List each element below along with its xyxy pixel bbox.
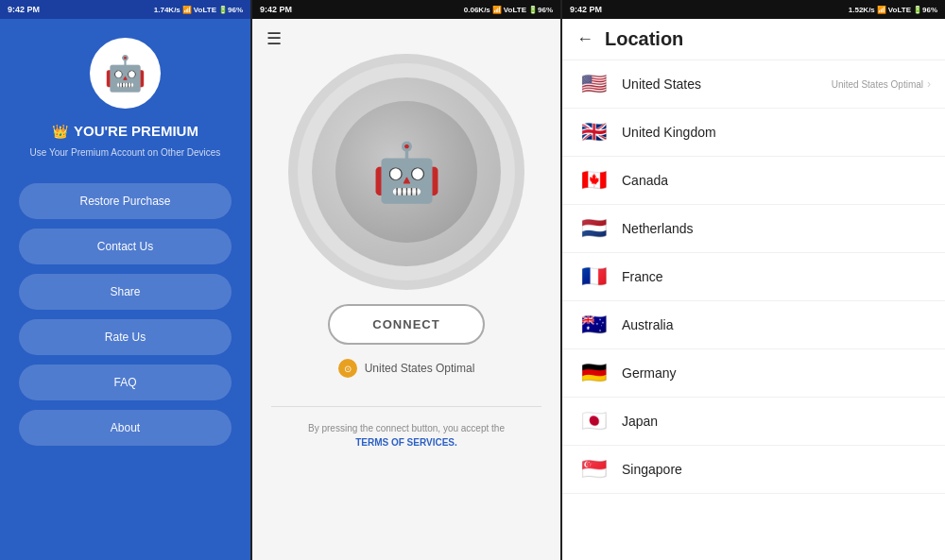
country-name: Netherlands bbox=[622, 221, 931, 236]
status-icons-3: 1.52K/s 📶 VoLTE 🔋96% bbox=[849, 6, 937, 14]
vpn-mascot: 🤖 bbox=[335, 101, 477, 243]
current-location-tag: ⊙ United States Optimal bbox=[338, 359, 475, 378]
divider bbox=[271, 406, 541, 407]
country-flag: 🇩🇪 bbox=[576, 361, 610, 385]
time-2: 9:42 PM bbox=[260, 5, 292, 14]
rate-us-button[interactable]: Rate Us bbox=[19, 319, 232, 355]
premium-content: 🤖 👑 YOU'RE PREMIUM Use Your Premium Acco… bbox=[0, 19, 250, 560]
chevron-right-icon: › bbox=[927, 77, 931, 91]
share-button[interactable]: Share bbox=[19, 274, 232, 310]
time-3: 9:42 PM bbox=[570, 5, 602, 14]
about-button[interactable]: About bbox=[19, 410, 232, 446]
back-arrow-icon[interactable]: ← bbox=[576, 29, 593, 49]
location-name: United States Optimal bbox=[365, 362, 475, 375]
location-list-item[interactable]: 🇫🇷France bbox=[562, 253, 945, 301]
status-bar-3: 9:42 PM 1.52K/s 📶 VoLTE 🔋96% bbox=[562, 0, 945, 19]
location-header: ← Location bbox=[562, 19, 945, 60]
optimal-tag: United States Optimal› bbox=[832, 77, 931, 91]
status-icons-1: 1.74K/s 📶 VoLTE 🔋96% bbox=[154, 6, 243, 14]
restore-purchase-button[interactable]: Restore Purchase bbox=[19, 183, 232, 219]
country-name: Australia bbox=[622, 317, 931, 332]
location-list: 🇺🇸United StatesUnited States Optimal›🇬🇧U… bbox=[562, 60, 945, 560]
country-name: Singapore bbox=[622, 462, 931, 477]
location-list-item[interactable]: 🇳🇱Netherlands bbox=[562, 205, 945, 253]
location-list-item[interactable]: 🇨🇦Canada bbox=[562, 157, 945, 205]
crown-icon: 👑 bbox=[52, 124, 68, 139]
premium-subtitle: Use Your Premium Account on Other Device… bbox=[30, 146, 221, 160]
location-list-item[interactable]: 🇩🇪Germany bbox=[562, 349, 945, 398]
country-name: France bbox=[622, 269, 931, 284]
time-1: 9:42 PM bbox=[8, 5, 40, 14]
country-flag: 🇫🇷 bbox=[576, 264, 610, 289]
screen2-header: ☰ bbox=[252, 19, 560, 59]
hamburger-menu-icon[interactable]: ☰ bbox=[266, 28, 282, 49]
country-name: Canada bbox=[622, 173, 931, 188]
page-title: Location bbox=[605, 28, 683, 50]
status-bar-2: 9:42 PM 0.06K/s 📶 VoLTE 🔋96% bbox=[252, 0, 560, 19]
location-list-item[interactable]: 🇦🇺Australia bbox=[562, 301, 945, 349]
country-name: Germany bbox=[622, 365, 931, 381]
location-list-item[interactable]: 🇸🇬Singapore bbox=[562, 446, 945, 494]
location-list-item[interactable]: 🇺🇸United StatesUnited States Optimal› bbox=[562, 60, 945, 109]
connect-button[interactable]: CONNECT bbox=[328, 304, 484, 345]
country-flag: 🇦🇺 bbox=[576, 313, 610, 337]
screen-premium: 9:42 PM 1.74K/s 📶 VoLTE 🔋96% 🤖 👑 YOU'RE … bbox=[0, 0, 250, 560]
connect-body: 🤖 CONNECT ⊙ United States Optimal By pre… bbox=[252, 59, 560, 560]
status-bar-1: 9:42 PM 1.74K/s 📶 VoLTE 🔋96% bbox=[0, 0, 250, 19]
country-flag: 🇨🇦 bbox=[576, 168, 610, 193]
location-icon: ⊙ bbox=[338, 359, 357, 378]
country-flag: 🇸🇬 bbox=[576, 457, 610, 482]
status-icons-2: 0.06K/s 📶 VoLTE 🔋96% bbox=[464, 6, 553, 14]
vpn-orb: 🤖 bbox=[312, 77, 501, 266]
country-name: United States bbox=[622, 76, 832, 92]
country-flag: 🇳🇱 bbox=[576, 216, 610, 241]
terms-text: By pressing the connect button, you acce… bbox=[308, 421, 505, 450]
country-flag: 🇬🇧 bbox=[576, 120, 610, 144]
screen-connect: 9:42 PM 0.06K/s 📶 VoLTE 🔋96% ☰ 🤖 CONNECT… bbox=[250, 0, 562, 560]
location-list-item[interactable]: 🇬🇧United Kingdom bbox=[562, 109, 945, 157]
avatar: 🤖 bbox=[90, 38, 161, 109]
premium-badge: 👑 YOU'RE PREMIUM bbox=[52, 123, 198, 139]
country-name: United Kingdom bbox=[622, 125, 931, 140]
faq-button[interactable]: FAQ bbox=[19, 365, 232, 400]
location-list-item[interactable]: 🇯🇵Japan bbox=[562, 398, 945, 446]
terms-link[interactable]: TERMS OF SERVICES. bbox=[355, 437, 457, 448]
contact-us-button[interactable]: Contact Us bbox=[19, 229, 232, 264]
country-name: Japan bbox=[622, 414, 931, 429]
country-flag: 🇯🇵 bbox=[576, 409, 610, 433]
country-flag: 🇺🇸 bbox=[576, 72, 610, 96]
screen-location: 9:42 PM 1.52K/s 📶 VoLTE 🔋96% ← Location … bbox=[562, 0, 945, 560]
